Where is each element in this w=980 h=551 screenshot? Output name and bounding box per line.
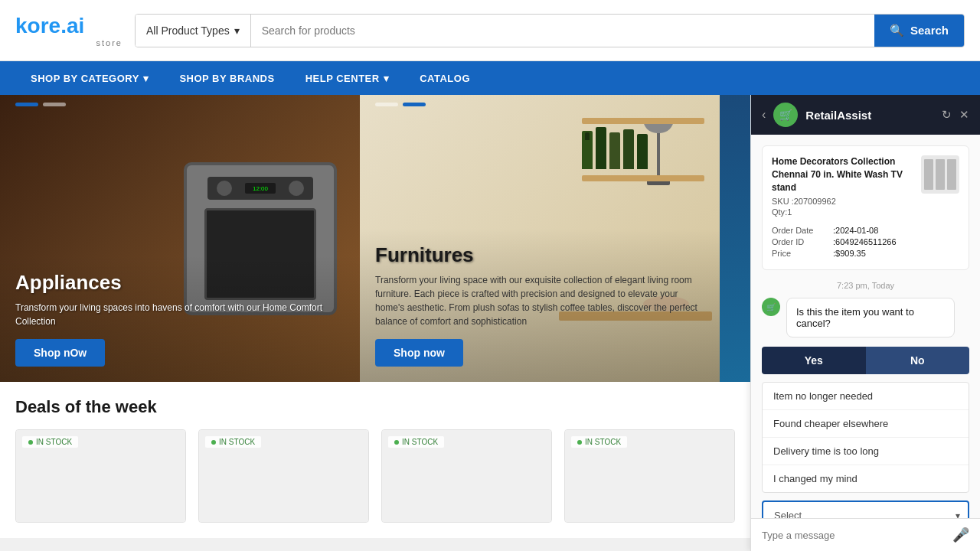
in-stock-dot-4 — [577, 440, 582, 445]
shelf-bottom — [582, 175, 704, 181]
header: kore.ai store All Product Types ▾ 🔍 Sear… — [0, 0, 980, 61]
logo-sub: store — [15, 38, 122, 47]
dot-2 — [43, 103, 66, 106]
oven-display: 12:00 — [245, 183, 276, 194]
banner-appliances: 12:00 Appliances Transform your living s… — [0, 95, 360, 382]
thumb-line-2 — [936, 159, 945, 190]
in-stock-badge-3: IN STOCK — [388, 436, 444, 448]
deal-card-2: IN STOCK — [198, 429, 369, 523]
oven-knob — [217, 181, 232, 196]
navbar: SHOP BY CATEGORY ▾ SHOP BY BRANDS HELP C… — [0, 61, 980, 95]
search-bar: All Product Types ▾ 🔍 Search — [135, 14, 965, 47]
deals-grid: IN STOCK IN STOCK — [15, 429, 735, 523]
order-product-info: Home Decorators Collection Chennai 70 in… — [772, 155, 913, 218]
category-label: All Product Types — [146, 24, 230, 37]
dot-3 — [375, 103, 398, 106]
bottle-1 — [582, 131, 593, 169]
deals-section: Deals of the week IN STOCK IN STOCK — [0, 382, 750, 538]
appliances-desc: Transform your living spaces into havens… — [15, 301, 345, 328]
reason-item-2[interactable]: Found cheaper elsewhere — [763, 410, 969, 438]
refresh-icon[interactable]: ↻ — [942, 108, 952, 122]
order-date-label: Order Date — [772, 226, 833, 235]
chat-header-actions: ↻ ✕ — [942, 108, 969, 122]
search-input[interactable] — [251, 15, 874, 47]
yn-buttons: Yes No — [762, 347, 969, 374]
deal-card-1: IN STOCK — [15, 429, 186, 523]
logo-area: kore.ai store — [15, 14, 122, 47]
order-date-row: Order Date : 2024-01-08 — [772, 226, 959, 235]
order-id-row: Order ID : 6049246511266 — [772, 237, 959, 246]
order-qty: Qty:1 — [772, 207, 913, 217]
in-stock-label-3: IN STOCK — [402, 438, 438, 446]
hero-banners: 12:00 Appliances Transform your living s… — [0, 95, 750, 382]
thumb-lines — [924, 159, 956, 190]
nav-help-center[interactable]: HELP CENTER ▾ — [290, 61, 405, 95]
sku-label: SKU — [772, 197, 789, 206]
in-stock-dot-3 — [394, 440, 399, 445]
yes-button[interactable]: Yes — [762, 347, 866, 374]
in-stock-badge-2: IN STOCK — [205, 436, 261, 448]
logo-ai: ai — [67, 14, 84, 37]
deal-card-img-2: IN STOCK — [199, 430, 368, 522]
bot-avatar: 🛒 — [762, 298, 780, 316]
nav-catalog[interactable]: CATALOG — [404, 61, 485, 95]
price-value: $909.35 — [835, 249, 866, 258]
sku-value: 207009962 — [794, 197, 836, 206]
reason-select[interactable]: Select Item no longer needed Found cheap… — [762, 500, 969, 518]
deal-card-4: IN STOCK — [564, 429, 735, 523]
close-icon[interactable]: ✕ — [959, 108, 969, 122]
qty-label: Qty — [772, 207, 785, 217]
main-content: 12:00 Appliances Transform your living s… — [0, 95, 980, 551]
bottle-3 — [609, 132, 620, 169]
select-wrapper: Select Item no longer needed Found cheap… — [762, 500, 969, 518]
thumb-line-1 — [924, 159, 933, 190]
qty-value: 1 — [787, 207, 792, 217]
chat-question: Is this the item you want to cancel? — [796, 306, 914, 329]
wine-shelf — [582, 118, 704, 181]
no-button[interactable]: No — [866, 347, 970, 374]
logo: kore.ai — [15, 14, 122, 38]
chat-input-area: 🎤 — [751, 518, 980, 551]
in-stock-label-4: IN STOCK — [585, 438, 621, 446]
store-area: 12:00 Appliances Transform your living s… — [0, 95, 750, 551]
deals-title: Deals of the week — [15, 397, 735, 417]
deal-card-img-1: IN STOCK — [16, 430, 185, 522]
banner-third — [720, 95, 750, 382]
furniture-overlay: Furnitures Transform your living space w… — [360, 228, 720, 382]
dot-4 — [403, 103, 426, 106]
chevron-down-icon: ▾ — [234, 24, 240, 37]
reason-item-1[interactable]: Item no longer needed — [763, 383, 969, 410]
search-label: Search — [910, 24, 949, 37]
nav-shop-category-label: SHOP BY CATEGORY — [31, 73, 139, 84]
appliances-overlay: Appliances Transform your living spaces … — [0, 256, 360, 382]
search-icon: 🔍 — [890, 24, 904, 37]
nav-shop-brands[interactable]: SHOP BY BRANDS — [164, 61, 289, 95]
chat-panel: ‹ 🛒 RetailAssist ↻ ✕ Home Decorators Col… — [750, 95, 980, 551]
oven-knob-2 — [289, 181, 304, 196]
cancel-reasons: Item no longer needed Found cheaper else… — [762, 382, 969, 493]
chat-text-input[interactable] — [762, 530, 945, 541]
order-thumbnail — [921, 155, 959, 194]
order-id-value: 6049246511266 — [835, 237, 897, 246]
in-stock-label-2: IN STOCK — [219, 438, 255, 446]
mic-icon[interactable]: 🎤 — [952, 527, 969, 543]
furniture-shop-btn[interactable]: Shop now — [375, 339, 463, 367]
category-dropdown[interactable]: All Product Types ▾ — [136, 15, 251, 47]
reason-item-4[interactable]: I changed my mind — [763, 465, 969, 492]
search-button[interactable]: 🔍 Search — [874, 15, 964, 47]
appliances-shop-btn[interactable]: Shop nOw — [15, 339, 105, 367]
reason-item-3[interactable]: Delivery time is too long — [763, 438, 969, 465]
chat-title: RetailAssist — [805, 109, 934, 122]
chevron-down-icon: ▾ — [143, 73, 149, 84]
order-card: Home Decorators Collection Chennai 70 in… — [762, 145, 969, 270]
nav-catalog-label: CATALOG — [420, 73, 470, 84]
deal-card-3: IN STOCK — [381, 429, 552, 523]
appliances-title: Appliances — [15, 271, 345, 295]
banner-furniture: Furnitures Transform your living space w… — [360, 95, 720, 382]
oven-controls: 12:00 — [207, 177, 313, 200]
cart-icon: 🛒 — [779, 109, 792, 121]
nav-shop-category[interactable]: SHOP BY CATEGORY ▾ — [15, 61, 164, 95]
chat-timestamp: 7:23 pm, Today — [762, 281, 969, 290]
chat-body: Home Decorators Collection Chennai 70 in… — [751, 135, 980, 518]
chat-back-btn[interactable]: ‹ — [762, 108, 766, 122]
